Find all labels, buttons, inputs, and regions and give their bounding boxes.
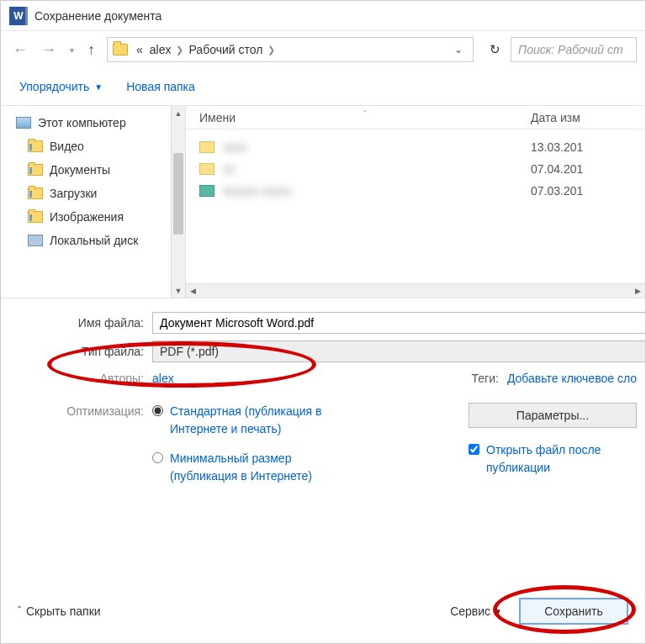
address-bar[interactable]: « alex ❯ Рабочий стол ❯ ⌄ bbox=[107, 37, 474, 62]
organize-label: Упорядочить bbox=[19, 80, 89, 93]
optimize-minimal-label: Минимальный размер (публикация в Интерне… bbox=[170, 450, 346, 485]
new-folder-button[interactable]: Новая папка bbox=[126, 80, 195, 93]
col-date[interactable]: Дата изм bbox=[531, 111, 632, 124]
tools-menu[interactable]: Сервис ▼ bbox=[450, 604, 502, 618]
optimize-minimal-radio[interactable]: Минимальный размер (публикация в Интерне… bbox=[152, 450, 346, 485]
sort-indicator-icon: ˆ bbox=[364, 109, 367, 118]
folder-icon bbox=[199, 163, 214, 175]
sidebar-item-label: Документы bbox=[50, 163, 110, 177]
scroll-htrack[interactable] bbox=[200, 284, 631, 298]
sidebar-item[interactable]: Документы bbox=[1, 158, 185, 182]
chevron-right-icon[interactable]: ❯ bbox=[174, 45, 185, 55]
sidebar-item-label: Видео bbox=[50, 140, 84, 153]
breadcrumb-prefix: « bbox=[133, 43, 146, 56]
sidebar-item[interactable]: Локальный диск bbox=[1, 229, 185, 252]
titlebar: Сохранение документа bbox=[1, 1, 645, 31]
optimize-radios: Стандартная (публикация в Интернете и пе… bbox=[152, 403, 346, 497]
file-list: ˆ Имени Дата изм xxxx13.03.201xx07.04.20… bbox=[186, 106, 645, 298]
nav-arrows: ← → ▾ ↑ bbox=[9, 38, 98, 62]
nav-sidebar: Этот компьютерВидеоДокументыЗагрузкиИзоб… bbox=[1, 106, 186, 298]
scroll-right-icon[interactable]: ▶ bbox=[631, 284, 645, 298]
hide-folders-toggle[interactable]: ˆ Скрыть папки bbox=[18, 604, 101, 618]
optimize-block: Оптимизация: Стандартная (публикация в И… bbox=[1, 391, 645, 505]
sidebar-item-label: Локальный диск bbox=[50, 234, 138, 247]
column-headers: ˆ Имени Дата изм bbox=[186, 106, 645, 129]
authors-row: Авторы: alex Теги: Добавьте ключевое сло bbox=[1, 366, 645, 391]
scroll-up-icon[interactable]: ▲ bbox=[172, 106, 185, 120]
history-dropdown-icon[interactable]: ▾ bbox=[66, 42, 77, 58]
folder-icon bbox=[28, 211, 43, 223]
optimize-right-col: Параметры... Открыть файл после публикац… bbox=[346, 403, 645, 477]
file-name: xxxx bbox=[223, 140, 531, 154]
scroll-track[interactable] bbox=[172, 120, 185, 283]
file-date: 07.03.201 bbox=[531, 184, 632, 198]
tags-value[interactable]: Добавьте ключевое сло bbox=[507, 372, 637, 385]
filetype-row: Тип файла: PDF (*.pdf) bbox=[1, 337, 645, 366]
filetype-label: Тип файла: bbox=[26, 345, 152, 358]
file-hscrollbar[interactable]: ◀ ▶ bbox=[186, 283, 645, 298]
radio-input[interactable] bbox=[152, 452, 163, 463]
col-name[interactable]: ˆ Имени bbox=[199, 111, 531, 124]
folder-icon bbox=[199, 141, 214, 153]
back-button[interactable]: ← bbox=[9, 38, 31, 62]
image-icon bbox=[199, 185, 214, 197]
chevron-down-icon: ▼ bbox=[494, 607, 502, 616]
col-name-label: Имени bbox=[199, 111, 236, 124]
chevron-right-icon[interactable]: ❯ bbox=[266, 45, 277, 55]
hide-folders-label: Скрыть папки bbox=[26, 604, 101, 618]
toolbar: Упорядочить ▼ Новая папка bbox=[1, 68, 645, 105]
save-form: Имя файла: Тип файла: PDF (*.pdf) Авторы… bbox=[1, 298, 645, 515]
sidebar-scrollbar[interactable]: ▲ ▼ bbox=[171, 106, 185, 298]
search-input[interactable]: Поиск: Рабочий ст bbox=[511, 37, 637, 62]
sidebar-item[interactable]: Изображения bbox=[1, 205, 185, 229]
file-row[interactable]: xxxxxx xxxxx07.03.201 bbox=[199, 180, 632, 202]
tags-label: Теги: bbox=[472, 372, 507, 385]
folder-icon bbox=[113, 44, 128, 55]
file-row[interactable]: xxxx13.03.201 bbox=[199, 136, 632, 158]
folder-icon bbox=[28, 164, 43, 176]
breadcrumb-part[interactable]: alex bbox=[146, 43, 175, 56]
scroll-down-icon[interactable]: ▼ bbox=[172, 283, 185, 298]
filename-row: Имя файла: bbox=[1, 309, 645, 337]
address-drop-icon[interactable]: ⌄ bbox=[449, 44, 468, 55]
optimize-standard-label: Стандартная (публикация в Интернете и пе… bbox=[170, 403, 346, 438]
authors-label: Авторы: bbox=[26, 372, 152, 385]
radio-input[interactable] bbox=[152, 405, 163, 416]
sidebar-item-label: Изображения bbox=[50, 210, 124, 224]
open-after-label: Открыть файл после публикации bbox=[486, 441, 637, 477]
organize-menu[interactable]: Упорядочить ▼ bbox=[19, 80, 103, 93]
filetype-select[interactable]: PDF (*.pdf) bbox=[152, 340, 645, 362]
save-button[interactable]: Сохранить bbox=[519, 598, 628, 625]
sidebar-item[interactable]: Этот компьютер bbox=[1, 111, 185, 135]
caret-up-icon: ˆ bbox=[18, 605, 21, 617]
filename-label: Имя файла: bbox=[26, 316, 152, 330]
new-folder-label: Новая папка bbox=[126, 80, 195, 93]
pc-icon bbox=[16, 117, 31, 129]
dialog-footer: ˆ Скрыть папки Сервис ▼ Сохранить bbox=[1, 594, 645, 628]
sidebar-item[interactable]: Видео bbox=[1, 135, 185, 158]
scroll-left-icon[interactable]: ◀ bbox=[186, 284, 200, 298]
optimize-standard-radio[interactable]: Стандартная (публикация в Интернете и пе… bbox=[152, 403, 346, 438]
refresh-button[interactable]: ↻ bbox=[482, 37, 507, 62]
checkbox-input[interactable] bbox=[469, 444, 479, 455]
window-title: Сохранение документа bbox=[34, 9, 162, 23]
pdf-options-button[interactable]: Параметры... bbox=[469, 403, 637, 428]
breadcrumb-part[interactable]: Рабочий стол bbox=[185, 43, 266, 56]
file-date: 07.04.201 bbox=[531, 162, 632, 176]
sidebar-item-label: Загрузки bbox=[50, 187, 97, 200]
tools-label: Сервис bbox=[450, 604, 490, 618]
sidebar-item-label: Этот компьютер bbox=[38, 116, 126, 129]
filename-input[interactable] bbox=[152, 312, 645, 334]
forward-button[interactable]: → bbox=[38, 38, 60, 62]
optimize-label: Оптимизация: bbox=[26, 403, 152, 418]
scroll-thumb[interactable] bbox=[173, 153, 183, 235]
folder-icon bbox=[28, 187, 43, 199]
up-button[interactable]: ↑ bbox=[84, 38, 98, 62]
authors-value[interactable]: alex bbox=[152, 372, 174, 385]
disk-icon bbox=[28, 235, 43, 246]
file-name: xx bbox=[223, 162, 531, 176]
sidebar-item[interactable]: Загрузки bbox=[1, 182, 185, 205]
word-app-icon bbox=[9, 7, 28, 25]
open-after-checkbox[interactable]: Открыть файл после публикации bbox=[469, 441, 637, 477]
file-row[interactable]: xx07.04.201 bbox=[199, 158, 632, 180]
